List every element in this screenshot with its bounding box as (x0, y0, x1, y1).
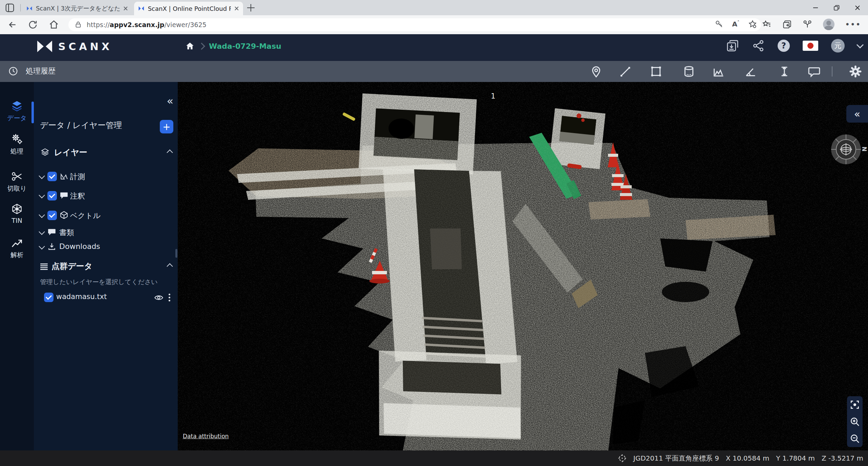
rail-item-data[interactable]: データ (0, 100, 34, 123)
project-name[interactable]: Wada-0729-Masu (209, 42, 281, 50)
share-icon[interactable] (752, 39, 765, 52)
layer-row-chushaku[interactable]: 注釈 (34, 190, 178, 201)
pointcloud-viewer[interactable]: 1 Data attribution N (178, 82, 868, 450)
url-domain: appv2.scanx.jp (110, 21, 164, 28)
add-layer-button[interactable]: + (160, 120, 173, 133)
rail-item-crop[interactable]: 切取り (0, 171, 34, 193)
omnibox-actions: A (715, 20, 757, 28)
measure-line-icon[interactable] (619, 65, 632, 78)
collapse-section-icon[interactable] (167, 263, 173, 269)
expand-row-icon[interactable] (39, 243, 45, 249)
file-menu-kebab-icon[interactable] (169, 294, 170, 295)
collapse-section-icon[interactable] (167, 149, 173, 155)
expand-row-icon[interactable] (39, 229, 45, 235)
layer-label: Downloads (59, 242, 100, 251)
file-name: wadamasu.txt (56, 293, 107, 301)
app-header: SCANX Wada-0729-Masu 元 (0, 34, 868, 61)
refresh-icon[interactable] (28, 20, 38, 30)
download-icon[interactable] (726, 39, 739, 52)
trend-chart-icon (11, 237, 23, 249)
helper-text: 管理したいレイヤーを選択してください (40, 278, 158, 287)
scanx-logo[interactable]: SCANX (37, 40, 112, 52)
comment-tool-icon[interactable] (807, 65, 821, 78)
home-breadcrumb-icon[interactable] (186, 42, 194, 50)
browser-essentials-icon[interactable] (803, 20, 812, 29)
measure-volume-icon[interactable] (682, 65, 696, 78)
zoom-out-icon[interactable] (849, 433, 860, 444)
layers-icon (11, 100, 23, 112)
navigation-compass[interactable] (830, 134, 862, 165)
measure-height-icon[interactable] (778, 65, 791, 78)
panel-title: データ / レイヤー管理 (40, 120, 122, 131)
breadcrumb-chevron-icon (198, 42, 205, 49)
layer-label: 書類 (59, 228, 74, 238)
location-pin-icon[interactable] (589, 65, 603, 78)
data-attribution-link[interactable]: Data attribution (183, 433, 229, 440)
measure-layer-icon (60, 172, 68, 181)
read-aloud-icon[interactable]: A (732, 20, 739, 28)
tab-close-icon[interactable] (234, 6, 239, 11)
layer-row-vector[interactable]: ベクトル (34, 210, 178, 221)
rail-item-tin[interactable]: TIN (0, 203, 34, 224)
user-avatar[interactable]: 元 (831, 39, 845, 52)
layer-row-downloads[interactable]: Downloads (34, 241, 178, 252)
restore-button[interactable] (826, 0, 847, 15)
pointcloud-header-label: 点群データ (51, 261, 92, 272)
settings-gear-icon[interactable] (849, 65, 862, 78)
expand-row-icon[interactable] (39, 212, 45, 218)
browser-menu-icon[interactable]: ••• (845, 20, 861, 28)
browser-tab-2[interactable]: ScanX | Online PointCloud Proce (134, 2, 243, 15)
browser-profile-avatar[interactable] (823, 19, 834, 30)
pointcloud-file-row[interactable]: wadamasu.txt (34, 292, 178, 303)
close-button[interactable] (847, 0, 868, 15)
measure-angle-icon[interactable] (744, 65, 757, 78)
address-bar[interactable]: https://appv2.scanx.jp/viewer/3625 A (68, 18, 761, 31)
scissors-icon (11, 171, 23, 182)
layer-row-shorui[interactable]: 書類 (34, 227, 178, 238)
password-key-icon[interactable] (715, 20, 723, 28)
zoom-in-icon[interactable] (849, 416, 860, 427)
favorite-star-icon[interactable] (748, 20, 757, 28)
back-icon[interactable] (7, 20, 18, 30)
collapse-panel-icon[interactable] (167, 96, 173, 106)
help-icon[interactable] (778, 40, 790, 52)
layer-checkbox[interactable] (47, 211, 57, 220)
user-menu-chevron-icon[interactable] (856, 41, 864, 48)
history-button[interactable]: 処理履歴 (8, 66, 56, 76)
browser-tab-1[interactable]: ScanX | 3次元データをどなたにも、 (22, 2, 132, 15)
visibility-eye-icon[interactable] (154, 293, 164, 302)
collapse-right-panel-icon[interactable] (846, 105, 868, 123)
point-cloud-scene (178, 82, 868, 450)
rail-label: 切取り (0, 184, 34, 193)
collections-icon[interactable] (782, 20, 792, 29)
rail-item-analysis[interactable]: 解析 (0, 237, 34, 259)
annotation-marker[interactable]: 1 (491, 92, 495, 100)
panel-scrollbar[interactable] (175, 249, 177, 258)
rail-item-process[interactable]: 処理 (0, 133, 34, 156)
compass-north-label: N (861, 147, 868, 151)
minimize-button[interactable] (805, 0, 826, 15)
expand-row-icon[interactable] (39, 173, 45, 179)
tab-title: ScanX | 3次元データをどなたにも、 (36, 4, 120, 13)
layers-section-header[interactable]: レイヤー (34, 147, 178, 158)
layer-row-keisoku[interactable]: 計測 (34, 171, 178, 182)
expand-row-icon[interactable] (39, 192, 45, 198)
red-marker-dot (577, 113, 581, 118)
pointcloud-section-header[interactable]: 点群データ (34, 261, 178, 272)
layer-label: ベクトル (70, 211, 101, 221)
profile-section-icon[interactable] (712, 65, 725, 78)
new-tab-button[interactable] (247, 4, 255, 12)
home-icon[interactable] (49, 20, 59, 30)
url-path: /viewer/3625 (164, 21, 206, 28)
file-checkbox[interactable] (44, 293, 53, 302)
header-actions: 元 (726, 39, 863, 52)
tab-actions-icon[interactable] (5, 3, 15, 13)
favorites-list-icon[interactable] (762, 20, 772, 29)
layer-checkbox[interactable] (47, 172, 57, 181)
tab-close-icon[interactable] (123, 6, 128, 11)
measure-area-icon[interactable] (649, 65, 663, 78)
fit-view-icon[interactable] (849, 399, 860, 410)
japan-flag-icon[interactable] (803, 41, 818, 51)
layer-checkbox[interactable] (47, 191, 57, 200)
gears-icon (11, 133, 23, 145)
